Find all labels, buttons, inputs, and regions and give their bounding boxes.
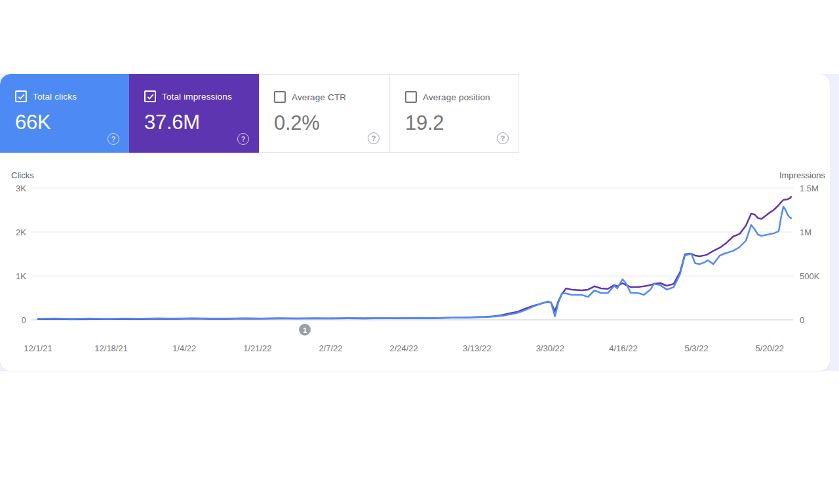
right-axis-tick-label: 0 (800, 315, 804, 325)
right-axis-tick-label: 1M (800, 227, 811, 237)
x-axis-tick-label: 5/20/22 (756, 343, 784, 353)
right-axis-tick-label: 500K (800, 271, 820, 281)
x-axis-tick-label: 2/24/22 (389, 343, 418, 353)
left-axis-title: Clicks (11, 170, 34, 180)
performance-chart: Clicks Impressions 01K2K3K 0500K1M1.5M 1… (0, 0, 839, 504)
left-axis-tick-label: 3K (16, 184, 26, 193)
x-axis-tick-label: 12/1/21 (24, 343, 52, 353)
right-axis-tick-labels: 0500K1M1.5M (800, 184, 820, 325)
left-axis-tick-label: 2K (16, 227, 26, 237)
right-axis-tick-label: 1.5M (800, 184, 819, 193)
annotation-label: 1 (303, 326, 307, 334)
chart-plot-area[interactable] (31, 184, 793, 320)
left-axis-tick-label: 1K (16, 271, 26, 281)
x-axis-tick-label: 1/4/22 (172, 343, 196, 353)
left-axis-tick-labels: 01K2K3K (16, 184, 26, 325)
annotation-marker[interactable]: 1 (299, 324, 311, 336)
x-axis-tick-label: 1/21/22 (243, 343, 271, 353)
x-axis-tick-label: 3/13/22 (463, 343, 491, 353)
x-axis-tick-label: 12/18/21 (94, 343, 128, 353)
x-axis-tick-labels: 12/1/2112/18/211/4/221/21/222/7/222/24/2… (24, 343, 784, 353)
left-axis-tick-label: 0 (22, 315, 26, 325)
x-axis-tick-label: 2/7/22 (319, 343, 342, 353)
right-axis-title: Impressions (779, 170, 826, 180)
x-axis-tick-label: 3/30/22 (536, 343, 564, 353)
x-axis-tick-label: 5/3/22 (685, 343, 709, 353)
x-axis-tick-label: 4/16/22 (609, 343, 637, 353)
annotation-markers: 1 (299, 324, 311, 336)
